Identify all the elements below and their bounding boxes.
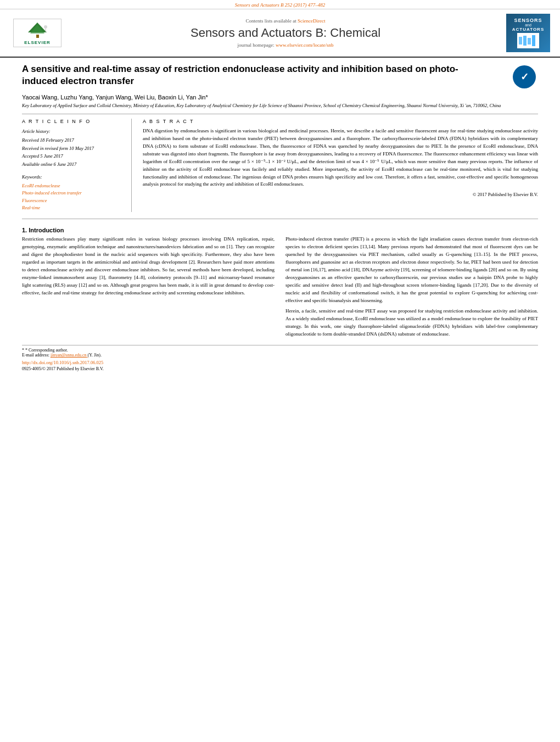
svg-rect-8 [532, 35, 535, 46]
elsevier-tree-icon [23, 21, 53, 39]
elsevier-logo: ELSEVIER [10, 19, 65, 47]
footnote-email-link[interactable]: jinyan@snnu.edu.cn [51, 353, 88, 358]
elsevier-logo-box: ELSEVIER [13, 19, 61, 47]
sensors-logo-and-text: and [525, 23, 531, 27]
intro-left-column: Restriction endonucleases play many sign… [22, 236, 275, 342]
doi-line: http://dx.doi.org/10.1016/j.snb.2017.06.… [22, 360, 538, 365]
footnote-email-line: E-mail address: jinyan@snnu.edu.cn (Y. J… [22, 353, 538, 358]
abstract-column: A B S T R A C T DNA digestion by endonuc… [143, 119, 538, 212]
keyword-4: Real-time [22, 204, 124, 212]
keyword-3: Fluorescence [22, 197, 124, 205]
keyword-2: Photo-induced electron transfer [22, 189, 124, 197]
homepage-prefix: journal homepage: [238, 42, 275, 48]
top-citation-bar: Sensors and Actuators B 252 (2017) 477–4… [0, 0, 560, 9]
affiliation-line: Key Laboratory of Applied Surface and Co… [22, 103, 538, 109]
sciencedirect-link[interactable]: ScienceDirect [298, 18, 325, 24]
abstract-copyright: © 2017 Published by Elsevier B.V. [143, 192, 538, 197]
sensors-logo-image [517, 33, 539, 48]
article-history-block: Article history: Received 18 February 20… [22, 127, 124, 168]
revised-date: Received in revised form 10 May 2017 [22, 144, 124, 152]
authors-line: Yaocai Wang, Luzhu Yang, Yanjun Wang, We… [22, 94, 538, 101]
issn-line: 0925-4005/© 2017 Published by Elsevier B… [22, 366, 538, 371]
citation-text: Sensors and Actuators B 252 (2017) 477–4… [235, 2, 325, 8]
sensors-actuators-logo: SENSORS and ACTUATORS [506, 14, 550, 52]
keywords-title: Keywords: [22, 174, 124, 181]
divider-after-affiliation [22, 114, 538, 114]
available-date: Available online 6 June 2017 [22, 160, 124, 168]
journal-title-center: Contents lists available at ScienceDirec… [65, 18, 506, 48]
footnote-email-name: (Y. Jin). [88, 353, 102, 358]
accepted-date: Accepted 5 June 2017 [22, 152, 124, 160]
sensors-logo-graphic [518, 35, 538, 47]
journal-name: Sensors and Actuators B: Chemical [76, 26, 495, 40]
elsevier-logo-inner: ELSEVIER [23, 21, 53, 45]
intro-paragraph-3: Herein, a facile, sensitive and real-tim… [285, 308, 538, 338]
svg-rect-7 [528, 38, 531, 44]
article-title: A sensitive and real-time assay of restr… [22, 63, 472, 87]
received-date: Received 18 February 2017 [22, 136, 124, 144]
article-info-abstract-section: A R T I C L E I N F O Article history: R… [22, 119, 538, 212]
article-content: A sensitive and real-time assay of restr… [0, 58, 560, 380]
journal-homepage: journal homepage: www.elsevier.com/locat… [76, 42, 495, 48]
footnote-corresponding: * * Corresponding author. [22, 348, 538, 353]
sciencedirect-availability: Contents lists available at ScienceDirec… [76, 18, 495, 24]
svg-point-3 [44, 25, 47, 29]
svg-rect-0 [36, 35, 39, 38]
intro-paragraph-1: Restriction endonucleases play many sign… [22, 236, 275, 297]
crossmark-logo[interactable]: ✓ [511, 63, 538, 91]
sensors-logo-sensors-text: SENSORS [514, 18, 542, 24]
divider-after-abstract [22, 219, 538, 219]
doi-link[interactable]: http://dx.doi.org/10.1016/j.snb.2017.06.… [22, 360, 103, 365]
page-wrapper: Sensors and Actuators B 252 (2017) 477–4… [0, 0, 560, 380]
abstract-text: DNA digestion by endonucleases is signif… [143, 127, 538, 189]
article-history-title: Article history: [22, 127, 124, 135]
sensors-logo-actuators-text: ACTUATORS [512, 27, 544, 32]
authors-text: Yaocai Wang, Luzhu Yang, Yanjun Wang, We… [22, 94, 208, 101]
keywords-block: Keywords: EcoRI endonuclease Photo-induc… [22, 174, 124, 212]
abstract-body: DNA digestion by endonucleases is signif… [143, 128, 538, 187]
footnote-email-label: E-mail address: [22, 353, 49, 358]
sciencedirect-prefix: Contents lists available at [246, 18, 296, 24]
footnote-section: * * Corresponding author. E-mail address… [22, 345, 538, 371]
article-info-column: A R T I C L E I N F O Article history: R… [22, 119, 132, 212]
abstract-title: A B S T R A C T [143, 119, 538, 124]
introduction-section: 1. Introduction Restriction endonuclease… [22, 227, 538, 342]
elsevier-wordmark: ELSEVIER [24, 40, 51, 45]
article-title-section: A sensitive and real-time assay of restr… [22, 63, 538, 91]
intro-paragraph-2: Photo-induced electron transfer (PIET) i… [285, 236, 538, 304]
keywords-list: EcoRI endonuclease Photo-induced electro… [22, 182, 124, 212]
footnote-corresponding-text: * Corresponding author. [25, 348, 68, 353]
intro-section-title: 1. Introduction [22, 227, 538, 233]
journal-header: ELSEVIER Contents lists available at Sci… [0, 9, 560, 58]
intro-right-column: Photo-induced electron transfer (PIET) i… [285, 236, 538, 342]
article-info-title: A R T I C L E I N F O [22, 119, 124, 124]
svg-rect-6 [523, 36, 527, 46]
homepage-link[interactable]: www.elsevier.com/locate/snb [276, 42, 333, 48]
intro-two-col: Restriction endonucleases play many sign… [22, 236, 538, 342]
keyword-1: EcoRI endonuclease [22, 182, 124, 190]
crossmark-icon: ✓ [513, 65, 536, 88]
svg-rect-5 [519, 37, 522, 44]
